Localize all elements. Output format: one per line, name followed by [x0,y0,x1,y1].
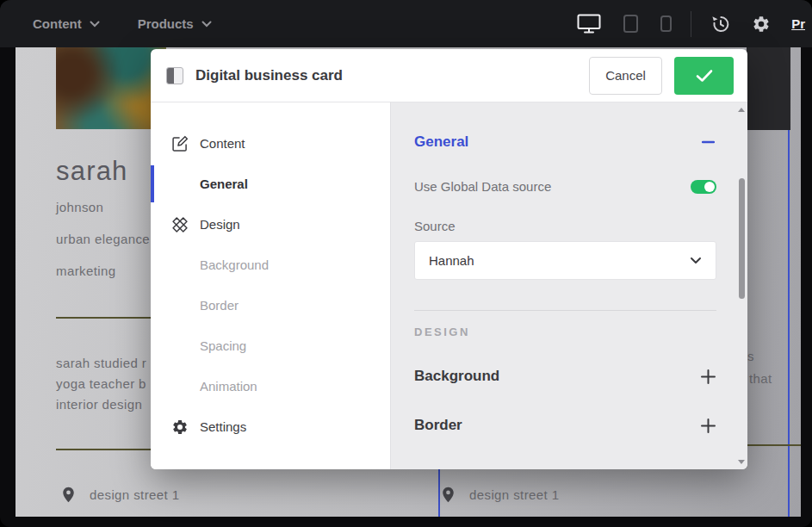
sidebar-item-design[interactable]: Design [151,204,390,245]
editor-window: sarah johnson urban elegance marketing s… [0,0,812,527]
panel-scrollbar[interactable] [737,104,747,468]
border-section-row[interactable]: Border [414,414,716,437]
site-settings-button[interactable] [752,15,771,34]
address-label: design street 1 [469,487,559,502]
page-title: sarah [56,156,128,187]
chevron-down-icon [90,21,100,28]
source-label: Source [414,219,716,233]
phone-icon [660,16,672,32]
plus-icon [701,369,716,384]
collapse-general-button[interactable] [699,133,716,151]
page-paragraph: sarah studied r yoga teacher b interior … [56,353,146,415]
chevron-down-icon [690,257,702,264]
widget-icon [166,67,183,84]
dialog-title: Digital business card [195,67,343,84]
source-select[interactable]: Hannah [414,241,716,280]
address-label: design street 1 [90,487,179,502]
background-section-row[interactable]: Background [414,365,716,388]
profile-photo [56,47,166,129]
scrollbar-down-arrow-icon[interactable] [738,460,745,464]
design-icon [171,216,189,233]
background-section-label: Background [414,368,499,385]
sidebar-item-border[interactable]: Border [151,285,390,326]
sidebar-item-settings[interactable]: Settings [151,406,390,447]
history-button[interactable] [710,14,731,34]
scrollbar-thumb[interactable] [739,178,745,299]
expand-background-button[interactable] [699,368,716,385]
page-text-fragment: s [747,349,754,363]
top-bar: Content Products [0,0,812,47]
page-text-fragment: that [749,371,772,386]
location-pin-icon [62,487,75,503]
phone-view-button[interactable] [660,16,672,32]
gear-icon [171,418,189,436]
global-data-toggle-label: Use Global Data source [414,179,551,194]
sidebar-item-label: Border [200,298,239,313]
sidebar-item-label: General [200,177,248,191]
sidebar-item-label: Animation [200,379,257,394]
selection-outline-right [788,130,790,517]
divider-line [56,317,166,319]
sidebar-item-label: Background [200,257,269,272]
sidebar-item-content[interactable]: Content [151,123,390,164]
address-row: design street 1 [442,487,559,503]
desktop-icon [577,14,601,34]
gear-icon [752,15,771,34]
dialog-sidebar: Content General Design Background [151,102,390,469]
source-select-value: Hannah [429,253,474,268]
section-title-general: General [414,133,468,151]
history-icon [710,14,731,34]
products-menu-label: Products [138,16,194,31]
confirm-button[interactable] [674,57,734,95]
sidebar-item-label: Settings [200,419,246,434]
dark-section-block [747,47,790,130]
chevron-down-icon [201,21,212,28]
check-icon [695,68,714,84]
global-data-toggle[interactable] [691,180,716,194]
page-subtitle: johnson [56,200,103,214]
sidebar-item-background[interactable]: Background [151,245,390,285]
divider-line [56,449,166,450]
sidebar-item-animation[interactable]: Animation [151,366,390,406]
scrollbar-up-arrow-icon[interactable] [738,108,745,112]
desktop-view-button[interactable] [577,14,601,34]
minus-icon [702,140,715,144]
page-subtitle: marketing [56,264,115,278]
sidebar-item-label: Content [200,136,245,151]
products-menu[interactable]: Products [138,16,212,31]
sidebar-item-label: Design [200,217,240,232]
plus-icon [701,418,716,433]
sidebar-item-general[interactable]: General [151,164,390,204]
page-subtitle: urban elegance [56,232,150,246]
selection-outline-middle [438,469,440,517]
dialog-header: Digital business card Cancel [151,49,747,102]
content-menu[interactable]: Content [33,16,100,31]
settings-panel: General Use Global Data source Source Ha… [390,102,747,469]
expand-border-button[interactable] [699,417,716,434]
sidebar-item-spacing[interactable]: Spacing [151,326,390,366]
preview-link[interactable]: Pr [791,16,805,31]
address-row: design street 1 [62,487,179,503]
tablet-view-button[interactable] [623,15,638,33]
tablet-icon [623,15,638,33]
divider-line [747,444,801,446]
location-pin-icon [442,487,455,503]
border-section-label: Border [414,417,462,434]
content-menu-label: Content [33,16,82,31]
sidebar-item-label: Spacing [200,338,246,353]
cancel-button[interactable]: Cancel [589,57,662,95]
widget-settings-dialog: Digital business card Cancel [151,49,747,469]
panel-divider [414,310,716,311]
design-section-heading: DESIGN [414,326,716,338]
toolbar-divider [691,11,691,37]
edit-icon [171,135,189,152]
